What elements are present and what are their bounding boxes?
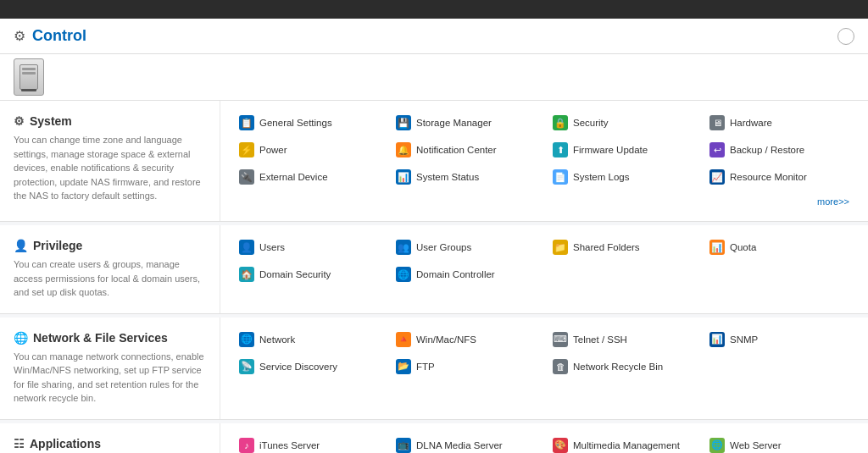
device-bar: [0, 54, 868, 101]
section-title-text-privilege: Privilege: [33, 239, 82, 252]
gear-icon: ⚙: [14, 28, 25, 44]
header-right: [827, 28, 854, 45]
titlebar: [0, 0, 868, 19]
menu-item-dlna-media-server[interactable]: 📺DLNA Media Server: [391, 434, 541, 454]
section-icon-applications: ☷: [14, 437, 25, 450]
menu-item-itunes-server[interactable]: ♪iTunes Server: [234, 434, 384, 454]
cpu-row: [115, 66, 119, 76]
menu-item-label-notification-center: Notification Center: [416, 145, 497, 155]
menu-item-label-network: Network: [259, 334, 295, 345]
app-logo: Control: [32, 27, 86, 45]
menu-item-icon-multimedia-management: 🎨: [553, 438, 568, 453]
menu-item-network[interactable]: 🌐Network: [234, 328, 384, 351]
logo-text: Control: [32, 27, 86, 44]
menu-item-label-telnet-ssh: Telnet / SSH: [573, 334, 627, 345]
device-icon: [14, 58, 44, 96]
menu-item-icon-network-recycle-bin: 🗑: [553, 359, 568, 374]
menu-item-user-groups[interactable]: 👥User Groups: [391, 235, 541, 259]
section-title-text-applications: Applications: [30, 437, 101, 450]
maximize-button[interactable]: [831, 3, 844, 16]
section-title-system: ⚙System: [14, 114, 206, 128]
menu-item-icon-shared-folders: 📁: [553, 240, 568, 255]
menu-item-label-general-settings: General Settings: [259, 118, 332, 128]
section-privilege: 👤PrivilegeYou can create users & groups,…: [0, 225, 868, 314]
menu-item-icon-telnet-ssh: ⌨: [553, 332, 568, 347]
menu-item-service-discovery[interactable]: 📡Service Discovery: [234, 355, 384, 378]
menu-item-users[interactable]: 👤Users: [234, 235, 384, 259]
menu-item-label-firmware-update: Firmware Update: [573, 145, 648, 155]
menu-item-label-hardware: Hardware: [730, 118, 772, 128]
menu-item-label-multimedia-management: Multimedia Management: [573, 440, 680, 450]
menu-item-domain-controller[interactable]: 🌐Domain Controller: [391, 262, 541, 286]
menu-item-icon-network: 🌐: [239, 332, 254, 347]
menu-item-icon-general-settings: 📋: [239, 115, 254, 130]
menu-item-icon-quota: 📊: [709, 240, 725, 255]
menu-item-icon-power: ⚡: [239, 142, 254, 157]
section-left-applications: ☷ApplicationsYou can use the web server …: [0, 423, 220, 454]
menu-item-label-user-groups: User Groups: [416, 242, 471, 252]
section-title-privilege: 👤Privilege: [14, 239, 206, 252]
section-network-file-services: 🌐Network & File ServicesYou can manage n…: [0, 318, 868, 420]
close-button[interactable]: [848, 3, 861, 16]
menu-item-icon-domain-controller: 🌐: [396, 267, 411, 282]
menu-item-quota[interactable]: 📊Quota: [704, 235, 854, 259]
menu-item-firmware-update[interactable]: ⬆Firmware Update: [548, 138, 698, 162]
section-left-system: ⚙SystemYou can change time zone and lang…: [0, 101, 220, 221]
menu-item-power[interactable]: ⚡Power: [234, 138, 384, 162]
menu-item-label-security: Security: [573, 118, 609, 128]
menu-item-hardware[interactable]: 🖥Hardware: [704, 111, 854, 135]
menu-item-label-win-mac-nfs: Win/Mac/NFS: [416, 334, 476, 345]
menu-item-label-resource-monitor: Resource Monitor: [730, 172, 807, 182]
menu-item-label-domain-security: Domain Security: [259, 269, 331, 279]
section-icon-network-file-services: 🌐: [14, 331, 28, 345]
menu-item-multimedia-management[interactable]: 🎨Multimedia Management: [548, 434, 698, 454]
menu-item-label-network-recycle-bin: Network Recycle Bin: [573, 362, 663, 372]
help-button[interactable]: [837, 28, 854, 45]
menu-item-label-itunes-server: iTunes Server: [259, 440, 320, 450]
menu-item-icon-ftp: 📂: [396, 359, 411, 374]
menu-item-system-logs[interactable]: 📄System Logs: [548, 165, 698, 189]
menu-item-network-recycle-bin[interactable]: 🗑Network Recycle Bin: [548, 355, 698, 378]
memory-row: [115, 78, 119, 88]
menu-item-icon-hardware: 🖥: [709, 115, 725, 130]
menu-item-notification-center[interactable]: 🔔Notification Center: [391, 138, 541, 162]
firmware-row: [78, 66, 81, 76]
section-right-privilege: 👤Users👥User Groups📁Shared Folders📊Quota🏠…: [220, 225, 868, 313]
menu-item-ftp[interactable]: 📂FTP: [391, 355, 541, 378]
section-right-applications: ♪iTunes Server📺DLNA Media Server🎨Multime…: [220, 423, 868, 454]
menu-item-icon-security: 🔒: [553, 115, 568, 130]
menu-item-icon-firmware-update: ⬆: [553, 142, 568, 157]
header-left: ⚙ Control: [14, 27, 86, 45]
menu-item-telnet-ssh[interactable]: ⌨Telnet / SSH: [548, 328, 698, 351]
menu-item-web-server[interactable]: 🌐Web Server: [704, 434, 854, 454]
menu-item-icon-backup-restore: ↩: [709, 142, 725, 157]
menu-item-win-mac-nfs[interactable]: 🔺Win/Mac/NFS: [391, 328, 541, 351]
menu-item-domain-security[interactable]: 🏠Domain Security: [234, 262, 384, 286]
menu-item-resource-monitor[interactable]: 📈Resource Monitor: [704, 165, 854, 189]
menu-item-general-settings[interactable]: 📋General Settings: [234, 111, 384, 135]
menu-item-icon-users: 👤: [239, 240, 254, 255]
section-more-system[interactable]: more>>: [812, 192, 854, 211]
menu-item-icon-domain-security: 🏠: [239, 267, 254, 282]
menu-item-backup-restore[interactable]: ↩Backup / Restore: [704, 138, 854, 162]
menu-item-system-status[interactable]: 📊System Status: [391, 165, 541, 189]
section-left-privilege: 👤PrivilegeYou can create users & groups,…: [0, 225, 220, 313]
section-desc-network-file-services: You can manage network connections, enab…: [14, 350, 206, 406]
menu-item-security[interactable]: 🔒Security: [548, 111, 698, 135]
section-title-text-network-file-services: Network & File Services: [33, 331, 168, 345]
serial-row: [78, 78, 81, 88]
minimize-button[interactable]: [814, 3, 827, 16]
section-right-network-file-services: 🌐Network🔺Win/Mac/NFS⌨Telnet / SSH📊SNMP📡S…: [220, 318, 868, 419]
menu-item-label-quota: Quota: [730, 242, 756, 252]
section-left-network-file-services: 🌐Network & File ServicesYou can manage n…: [0, 318, 220, 419]
menu-item-icon-dlna-media-server: 📺: [396, 438, 411, 453]
menu-item-snmp[interactable]: 📊SNMP: [704, 328, 854, 351]
menu-item-external-device[interactable]: 🔌External Device: [234, 165, 384, 189]
menu-item-storage-manager[interactable]: 💾Storage Manager: [391, 111, 541, 135]
menu-item-icon-win-mac-nfs: 🔺: [396, 332, 411, 347]
menu-item-label-system-logs: System Logs: [573, 172, 629, 182]
menu-item-shared-folders[interactable]: 📁Shared Folders: [548, 235, 698, 259]
titlebar-controls: [814, 3, 861, 16]
section-title-applications: ☷Applications: [14, 437, 206, 450]
menu-item-icon-system-logs: 📄: [553, 169, 568, 185]
